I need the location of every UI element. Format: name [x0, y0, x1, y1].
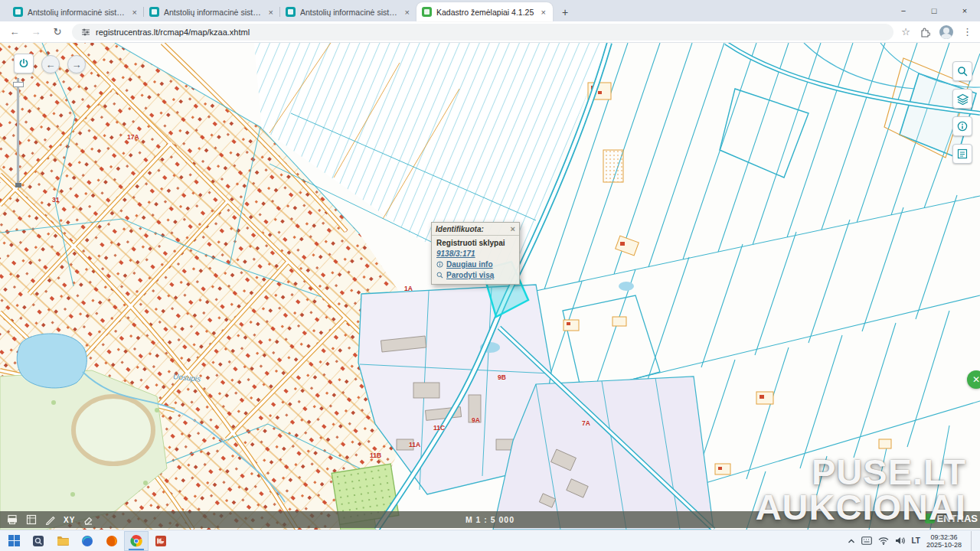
erase-tool[interactable]: [82, 514, 94, 526]
zoom-slider[interactable]: [17, 78, 19, 185]
zoom-slider-handle[interactable]: [13, 82, 24, 87]
tab-close-icon[interactable]: ×: [403, 8, 411, 17]
window-maximize-button[interactable]: □: [919, 0, 949, 21]
popup-section-label: Registruoti sklypai: [436, 239, 514, 247]
tab-antstoliu-3[interactable]: Antstolių informacinė sistema ×: [280, 2, 416, 21]
parcel-number-label: 11B: [370, 452, 381, 459]
network-tray-icon[interactable]: [878, 536, 889, 545]
folder-icon: [57, 535, 70, 546]
back-button[interactable]: ←: [8, 26, 21, 37]
panel-close-fab[interactable]: ✕: [967, 370, 980, 389]
parcel-number-label: 11A: [409, 441, 420, 448]
clock-date: 2025-10-28: [926, 541, 962, 549]
popup-title: Identifikuota:: [436, 225, 484, 233]
firefox-browser-button[interactable]: [100, 531, 124, 551]
windows-logo-icon: [8, 535, 20, 546]
window-close-button[interactable]: ×: [949, 0, 980, 21]
start-button[interactable]: [2, 531, 26, 551]
parcel-number-label: 11C: [433, 424, 445, 432]
parcel-number-label: 1A: [404, 285, 413, 292]
file-explorer-button[interactable]: [51, 531, 75, 551]
map-layers-button[interactable]: [952, 89, 972, 109]
window-minimize-button[interactable]: −: [888, 0, 919, 21]
parcel-number-label: 9B: [498, 373, 506, 381]
powerpoint-icon: [155, 535, 167, 547]
map-history-back-button[interactable]: ←: [41, 55, 60, 73]
tab-antstoliu-2[interactable]: Antstolių informacinė sistema ×: [144, 2, 280, 21]
tab-favicon: [286, 7, 296, 17]
browser-tab-bar: Antstolių informacinė sistema × Antstoli…: [0, 0, 980, 21]
power-icon: [18, 58, 29, 69]
chrome-icon: [130, 535, 142, 547]
edge-browser-button[interactable]: [75, 531, 100, 551]
parcel-id-link[interactable]: 9138/3:171: [436, 249, 514, 258]
show-desktop-button[interactable]: [971, 531, 974, 551]
volume-tray-icon[interactable]: [895, 536, 905, 545]
tab-label: Antstolių informacinė sistema: [164, 8, 263, 17]
bookmark-star-icon[interactable]: ☆: [901, 26, 910, 37]
tray-chevron-icon[interactable]: [848, 538, 855, 544]
measure-tool[interactable]: [44, 514, 57, 526]
search-icon: [957, 66, 968, 77]
magnifier-mini-icon: [436, 272, 443, 279]
edge-icon: [81, 535, 93, 547]
print-map-tool[interactable]: [6, 514, 18, 526]
watermark-line2: AUKCIONAI: [756, 490, 966, 525]
map-scale-label: M 1 : 5 000: [466, 515, 514, 524]
tab-label: Antstolių informacinė sistema: [28, 8, 126, 17]
zoom-slider-tick: [15, 183, 21, 187]
keyboard-tray-icon[interactable]: [861, 536, 872, 545]
extensions-icon[interactable]: [920, 27, 930, 37]
tab-antstoliu-1[interactable]: Antstolių informacinė sistema ×: [8, 2, 144, 21]
firefox-icon: [106, 535, 118, 547]
watermark-line1: PUSE.LT: [756, 455, 966, 490]
powerpoint-button[interactable]: [149, 531, 173, 551]
windows-taskbar: LT 09:32:36 2025-10-28: [0, 530, 980, 551]
url-text: registrucentras.lt/rcmap4/map/kzaa.xhtml: [96, 28, 250, 37]
reload-button[interactable]: ↻: [51, 26, 64, 37]
map-search-button[interactable]: [952, 61, 972, 81]
tab-kadastro-active[interactable]: Kadastro žemėlapiai 4.1.25 ×: [416, 2, 553, 21]
extent-tool[interactable]: [25, 514, 38, 526]
eraser-icon: [83, 514, 93, 525]
tab-close-icon[interactable]: ×: [540, 8, 547, 17]
tab-favicon: [422, 7, 432, 17]
auction-watermark: PUSE.LT AUKCIONAI: [756, 455, 966, 525]
print-icon: [7, 514, 18, 525]
site-settings-icon[interactable]: [81, 28, 90, 37]
xy-coordinates-tool[interactable]: XY: [64, 516, 75, 524]
browser-address-bar: ← → ↻ registrucentras.lt/rcmap4/map/kzaa…: [0, 21, 980, 43]
layers-icon: [957, 93, 969, 105]
url-omnibox[interactable]: registrucentras.lt/rcmap4/map/kzaa.xhtml: [72, 24, 893, 41]
forward-button[interactable]: →: [29, 26, 43, 37]
extent-icon: [26, 514, 37, 525]
parcel-number-label: 9A: [472, 416, 480, 424]
session-power-button[interactable]: [14, 54, 34, 73]
chrome-browser-button[interactable]: [124, 531, 149, 551]
identify-popup: Identifikuota: × Registruoti sklypai 913…: [431, 222, 520, 285]
taskbar-clock[interactable]: 09:32:36 2025-10-28: [926, 533, 962, 549]
system-tray: LT 09:32:36 2025-10-28: [848, 531, 978, 551]
language-indicator[interactable]: LT: [911, 536, 920, 545]
tab-label: Antstolių informacinė sistema: [300, 8, 399, 17]
map-info-button[interactable]: [952, 116, 972, 136]
map-history-forward-button[interactable]: →: [67, 55, 86, 73]
pencil-measure-icon: [45, 514, 56, 525]
profile-avatar[interactable]: [939, 25, 953, 39]
map-legend-button[interactable]: [952, 144, 972, 164]
clock-time: 09:32:36: [926, 533, 962, 541]
tab-close-icon[interactable]: ×: [267, 8, 275, 17]
tab-close-icon[interactable]: ×: [131, 8, 139, 17]
popup-close-icon[interactable]: ×: [511, 224, 515, 233]
new-tab-button[interactable]: +: [556, 3, 574, 21]
parcel-number-label: 7A: [582, 419, 590, 427]
tab-favicon: [13, 7, 23, 17]
map-viewport: 31 17A 1A 9B 9A 11C 11A 11B 7A Uosupis ←…: [0, 43, 980, 530]
info-icon: [957, 121, 968, 132]
show-all-link[interactable]: Parodyti visą: [446, 271, 494, 279]
browser-menu-icon[interactable]: ⋮: [962, 26, 972, 37]
tab-favicon: [149, 7, 159, 17]
more-info-link[interactable]: Daugiau info: [446, 260, 493, 269]
parcel-number-label: 31: [52, 196, 59, 204]
taskbar-search-button[interactable]: [26, 531, 51, 551]
